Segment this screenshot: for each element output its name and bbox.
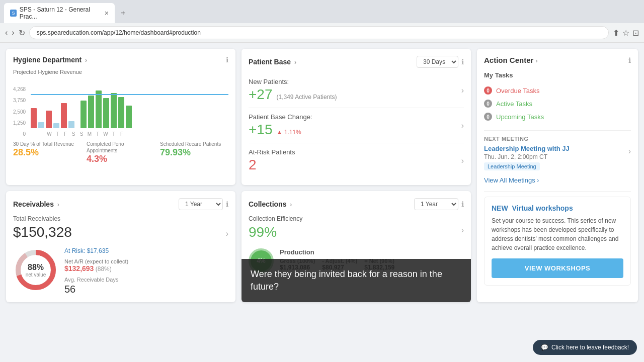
active-label[interactable]: Active Tasks — [496, 100, 532, 108]
hygiene-department-card: Hygiene Department › ℹ Projected Hygiene… — [6, 49, 235, 185]
patient-change-pct: ▲ 1.11% — [277, 129, 301, 136]
patient-change-value: +15 — [249, 122, 273, 138]
receivables-details: At Risk: $17,635 Net A/R (expect to coll… — [64, 247, 228, 295]
task-item-overdue[interactable]: 0 Overdue Tasks — [484, 84, 631, 97]
tab-close-button[interactable]: × — [105, 9, 109, 17]
total-receivables-label: Total Receivables — [13, 215, 228, 222]
receivables-title[interactable]: Receivables › — [13, 200, 59, 208]
avg-value: 56 — [64, 284, 228, 295]
share-icon[interactable]: ⬆ — [613, 28, 619, 38]
task-item-active[interactable]: 0 Active Tasks — [484, 97, 631, 110]
action-info-icon[interactable]: ℹ — [628, 56, 631, 64]
collections-arrow[interactable]: › — [461, 226, 464, 235]
efficiency-label: Collection Efficiency — [249, 215, 302, 222]
avg-label: Avg. Receivable Days — [64, 277, 228, 283]
nar-value: $132,693 — [64, 264, 94, 273]
upcoming-label[interactable]: Upcoming Tasks — [496, 113, 544, 121]
overdue-dot: 0 — [484, 86, 492, 95]
task-item-upcoming[interactable]: 0 Upcoming Tasks — [484, 110, 631, 123]
browser-chrome: S SPS - Saturn 12 - General Prac... × + … — [0, 0, 644, 43]
metrics-row: 30 Day % of Total Revenue 28.5% Complete… — [13, 141, 228, 164]
y-axis: 4,268 3,750 2,500 1,250 0 — [13, 86, 26, 137]
donut-chart: 88% net value — [13, 247, 58, 293]
nar-line: Net A/R (expect to collect) $132,693 (88… — [64, 258, 228, 273]
collections-info-icon[interactable]: ℹ — [461, 200, 464, 208]
bar — [88, 96, 94, 128]
metric-value-revenue: 28.5% — [13, 147, 82, 158]
task-list: 0 Overdue Tasks 0 Active Tasks 0 Upcomin… — [484, 84, 631, 123]
reload-button[interactable]: ↻ — [19, 28, 25, 38]
bar — [80, 101, 87, 128]
meeting-time: Thu. Jun. 2, 2:00pm CT — [484, 153, 628, 160]
at-risk-row[interactable]: At-Risk Patients 2 › — [249, 143, 464, 178]
nar-pct: (88%) — [96, 265, 112, 273]
bar — [103, 98, 109, 128]
donut-center: 88% net value — [26, 263, 46, 278]
action-center-card: Action Center › ℹ My Tasks 0 Overdue Tas… — [477, 49, 638, 302]
my-tasks-label: My Tasks — [484, 71, 631, 79]
meeting-badge: Leadership Meeting — [484, 162, 540, 170]
next-meeting-section-label: Next Meeting — [484, 136, 631, 142]
overdue-label[interactable]: Overdue Tasks — [496, 87, 539, 95]
view-all-meetings-link[interactable]: View All Meetings › — [484, 176, 631, 184]
meeting-arrow[interactable]: › — [628, 147, 631, 156]
patient-base-card: Patient Base › 30 Days 60 Days 90 Days ℹ… — [242, 49, 471, 185]
active-dot: 0 — [484, 100, 492, 108]
tab-bar: S SPS - Saturn 12 - General Prac... × + — [0, 0, 644, 23]
receivables-info-icon[interactable]: ℹ — [226, 200, 228, 208]
new-tab-button[interactable]: + — [117, 7, 129, 20]
action-header: Action Center › ℹ — [484, 56, 631, 64]
view-workshops-button[interactable]: VIEW WORKSHOPS — [492, 258, 623, 278]
new-patients-row[interactable]: New Patients: +27 (1,349 Active Patients… — [249, 73, 464, 108]
hygiene-header: Hygiene Department › ℹ — [13, 56, 228, 64]
address-bar[interactable] — [29, 26, 609, 39]
profile-icon[interactable]: ⊡ — [632, 28, 639, 38]
receivables-period-dropdown[interactable]: 1 Year 6 Months 3 Months — [179, 198, 223, 210]
bar — [126, 106, 132, 128]
patient-title[interactable]: Patient Base › — [249, 58, 296, 66]
back-button[interactable]: ‹ — [5, 28, 8, 37]
forward-button[interactable]: › — [12, 28, 14, 37]
metric-value-recare: 79.93% — [160, 147, 228, 158]
active-patients-count: (1,349 Active Patients) — [277, 94, 337, 101]
bar — [68, 121, 74, 128]
patient-change-row[interactable]: Patient Base Change: +15 ▲ 1.11% › — [249, 108, 464, 143]
action-title[interactable]: Action Center › — [484, 56, 538, 64]
at-risk-arrow[interactable]: › — [461, 156, 464, 165]
at-risk-value: 2 — [249, 157, 257, 172]
collections-title[interactable]: Collections › — [249, 200, 292, 208]
main-content: Hygiene Department › ℹ Projected Hygiene… — [0, 43, 644, 308]
hygiene-title[interactable]: Hygiene Department › — [13, 56, 87, 64]
bar — [53, 123, 59, 128]
metric-revenue: 30 Day % of Total Revenue 28.5% — [13, 141, 82, 164]
meeting-row: Leadership Meeting with JJ Thu. Jun. 2, … — [484, 145, 631, 170]
meeting-title[interactable]: Leadership Meeting with JJ — [484, 145, 628, 152]
patient-period-dropdown[interactable]: 30 Days 60 Days 90 Days — [417, 56, 458, 68]
meeting-info: Leadership Meeting with JJ Thu. Jun. 2, … — [484, 145, 628, 170]
new-patients-value: +27 — [249, 86, 273, 103]
patient-info-icon[interactable]: ℹ — [461, 58, 464, 66]
collections-card: Collections › 1 Year 6 Months 3 Months ℹ… — [242, 191, 471, 302]
collections-header: Collections › 1 Year 6 Months 3 Months ℹ — [249, 198, 464, 210]
receivables-body: 88% net value At Risk: $17,635 Net A/R (… — [13, 247, 228, 295]
bars-wrapper: W T F S S M T W T F — [31, 78, 228, 137]
bar-chart — [31, 78, 228, 128]
bar — [31, 108, 37, 128]
receivables-header: Receivables › 1 Year 6 Months 3 Months ℹ — [13, 198, 228, 210]
virtual-workshops-label: Virtual workshops — [512, 204, 573, 212]
promo-title: NEW Virtual workshops — [492, 204, 623, 212]
efficiency-row: Collection Efficiency 99% › — [249, 215, 464, 245]
receivables-card: Receivables › 1 Year 6 Months 3 Months ℹ… — [6, 191, 235, 302]
bookmark-icon[interactable]: ☆ — [622, 28, 629, 38]
chart-label: Projected Hygiene Revenue — [13, 69, 228, 75]
divider — [484, 130, 631, 131]
hygiene-info-icon[interactable]: ℹ — [226, 56, 228, 64]
toolbar-icons: ⬆ ☆ ⊡ — [613, 28, 639, 38]
collections-period-dropdown[interactable]: 1 Year 6 Months 3 Months — [414, 198, 458, 210]
new-patients-arrow[interactable]: › — [461, 86, 464, 95]
patient-change-arrow[interactable]: › — [461, 121, 464, 130]
receivables-arrow[interactable]: › — [226, 229, 228, 238]
bar — [118, 97, 124, 128]
active-tab[interactable]: S SPS - Saturn 12 - General Prac... × — [4, 3, 115, 23]
chart-area: 4,268 3,750 2,500 1,250 0 — [13, 78, 228, 137]
